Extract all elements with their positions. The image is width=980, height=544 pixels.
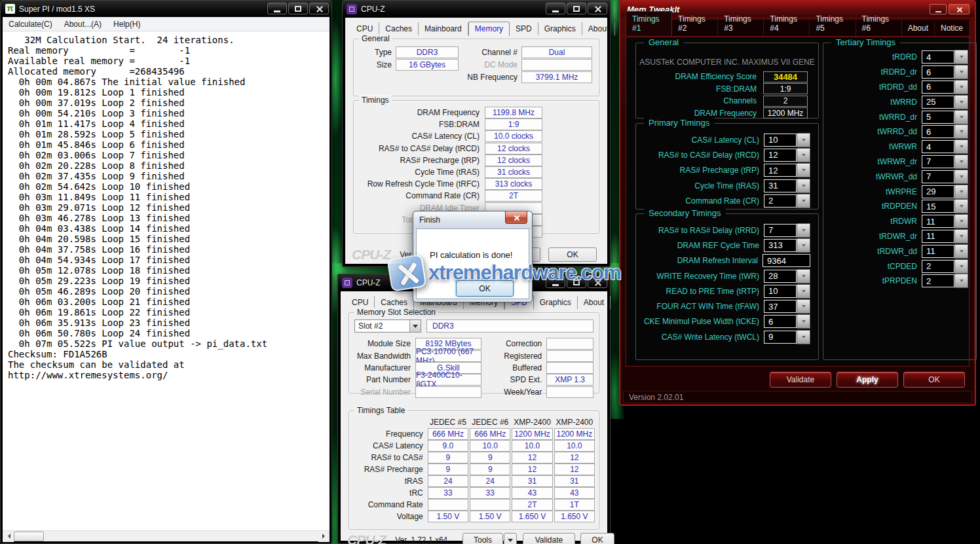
- timing-value-dropdown[interactable]: 7: [764, 224, 797, 237]
- memtweakit-tab[interactable]: Timings #2: [672, 12, 718, 36]
- tools-dropdown-button[interactable]: [504, 533, 517, 544]
- cpuz-tab[interactable]: Caches: [379, 22, 419, 35]
- close-button[interactable]: [309, 3, 329, 14]
- menu-help[interactable]: Help(H): [107, 20, 146, 29]
- memtweakit-tab[interactable]: Notice: [935, 21, 970, 36]
- memtweakit-tab[interactable]: About: [902, 21, 935, 36]
- horizontal-scrollbar[interactable]: [3, 530, 330, 541]
- dropdown-button[interactable]: [797, 148, 810, 162]
- dropdown-button[interactable]: [954, 185, 968, 199]
- cpuz-tab[interactable]: CPU: [350, 22, 379, 35]
- ok-button[interactable]: OK: [580, 533, 614, 544]
- menu-about[interactable]: About...(A): [58, 20, 107, 29]
- dropdown-button[interactable]: [797, 179, 810, 193]
- timing-value-dropdown[interactable]: 12: [764, 164, 797, 177]
- memtweakit-tab[interactable]: Timings #6: [856, 12, 902, 36]
- timing-value-dropdown[interactable]: 4: [922, 50, 954, 63]
- scroll-right-button[interactable]: [318, 531, 330, 542]
- dropdown-button[interactable]: [954, 274, 968, 288]
- timing-value-dropdown[interactable]: 11: [922, 245, 954, 258]
- dropdown-button[interactable]: [797, 238, 810, 253]
- menu-calculate[interactable]: Calculate(C): [3, 20, 58, 29]
- cpuz-tab[interactable]: Memory: [468, 22, 510, 36]
- dropdown-button[interactable]: [797, 330, 810, 344]
- memtweakit-tab[interactable]: Timings #3: [718, 12, 764, 36]
- dropdown-button[interactable]: [954, 259, 968, 274]
- slot-select[interactable]: Slot #2: [354, 319, 421, 333]
- dropdown-button[interactable]: [954, 154, 968, 169]
- timing-value-dropdown[interactable]: 37: [764, 300, 797, 313]
- apply-button[interactable]: Apply: [837, 372, 898, 388]
- cpuz-tab[interactable]: CPU: [346, 296, 375, 309]
- cpuz-tab[interactable]: About: [578, 296, 611, 309]
- cpuz-tab[interactable]: Graphics: [534, 296, 578, 309]
- minimize-button[interactable]: [930, 4, 947, 14]
- finish-titlebar[interactable]: Finish: [413, 211, 532, 228]
- cpuz-tab[interactable]: Caches: [375, 296, 414, 309]
- timing-value-dropdown[interactable]: 7: [922, 170, 954, 183]
- cpuz-tab[interactable]: SPD: [510, 22, 538, 35]
- memtweakit-tab[interactable]: Timings #5: [810, 12, 856, 36]
- dropdown-button[interactable]: [954, 124, 968, 139]
- memtweakit-tab[interactable]: Timings #4: [764, 12, 810, 36]
- close-button[interactable]: [505, 211, 527, 224]
- timing-value-dropdown[interactable]: 31: [764, 179, 797, 192]
- dropdown-button[interactable]: [797, 223, 810, 238]
- dropdown-button[interactable]: [954, 110, 968, 124]
- cpuz-tab[interactable]: Graphics: [538, 22, 582, 35]
- timing-value-dropdown[interactable]: 29: [922, 185, 954, 198]
- scrollbar-thumb[interactable]: [14, 532, 44, 541]
- dropdown-button[interactable]: [797, 314, 810, 329]
- tools-button[interactable]: Tools: [462, 533, 503, 544]
- timing-value-dropdown[interactable]: 2: [764, 194, 797, 208]
- timing-value-dropdown[interactable]: 15: [922, 200, 954, 213]
- cpuz-titlebar[interactable]: CPU-Z: [343, 1, 610, 17]
- dropdown-button[interactable]: [797, 284, 810, 299]
- minimize-button[interactable]: [546, 3, 565, 14]
- timing-value-dropdown[interactable]: 25: [922, 96, 954, 109]
- dropdown-button[interactable]: [954, 65, 968, 79]
- timing-value-dropdown[interactable]: 6: [922, 125, 954, 138]
- timing-value-dropdown[interactable]: 11: [922, 230, 954, 243]
- maximize-button[interactable]: [567, 3, 586, 14]
- dropdown-button[interactable]: [797, 299, 810, 314]
- dropdown-button[interactable]: [954, 170, 968, 184]
- memtweakit-tab[interactable]: Timings #1: [626, 11, 672, 36]
- timing-value-dropdown[interactable]: 10: [764, 134, 797, 147]
- close-button[interactable]: [949, 4, 970, 14]
- timing-value-dropdown[interactable]: 10: [764, 285, 797, 298]
- close-button[interactable]: [588, 3, 607, 14]
- dropdown-button[interactable]: [797, 269, 810, 283]
- dropdown-button[interactable]: [954, 95, 968, 109]
- dropdown-button[interactable]: [797, 194, 810, 208]
- timing-value-dropdown[interactable]: 2: [922, 260, 954, 273]
- timing-value-dropdown[interactable]: 11: [922, 215, 954, 228]
- validate-button[interactable]: Validate: [523, 533, 575, 544]
- timing-value-dropdown[interactable]: 7: [922, 155, 954, 168]
- timing-value-dropdown[interactable]: 6: [922, 65, 954, 79]
- timing-value-dropdown[interactable]: 12: [764, 149, 797, 162]
- timing-value-dropdown[interactable]: 9364: [763, 254, 810, 267]
- scroll-left-button[interactable]: [3, 531, 14, 542]
- dropdown-button[interactable]: [954, 139, 968, 154]
- cpuz-tab[interactable]: Mainboard: [419, 22, 468, 35]
- maximize-button[interactable]: [288, 3, 308, 14]
- dropdown-button[interactable]: [954, 50, 968, 64]
- timing-value-dropdown[interactable]: 28: [764, 270, 797, 283]
- dropdown-button[interactable]: [954, 80, 968, 94]
- dropdown-button[interactable]: [954, 244, 968, 259]
- timing-value-dropdown[interactable]: 9: [764, 331, 797, 344]
- validate-button[interactable]: Validate: [770, 372, 831, 388]
- timing-value-dropdown[interactable]: 4: [922, 140, 954, 153]
- cpuz-tab[interactable]: About: [582, 22, 615, 35]
- dropdown-button[interactable]: [954, 229, 968, 244]
- timing-value-dropdown[interactable]: 6: [922, 81, 954, 94]
- dropdown-button[interactable]: [954, 199, 968, 213]
- timing-value-dropdown[interactable]: 5: [922, 111, 954, 124]
- superpi-titlebar[interactable]: π Super PI / mod1.5 XS: [1, 1, 331, 17]
- dropdown-button[interactable]: [797, 163, 810, 177]
- ok-button[interactable]: OK: [903, 372, 965, 388]
- dropdown-button[interactable]: [797, 133, 810, 147]
- timing-value-dropdown[interactable]: 6: [764, 315, 797, 328]
- timing-value-dropdown[interactable]: 313: [764, 239, 797, 252]
